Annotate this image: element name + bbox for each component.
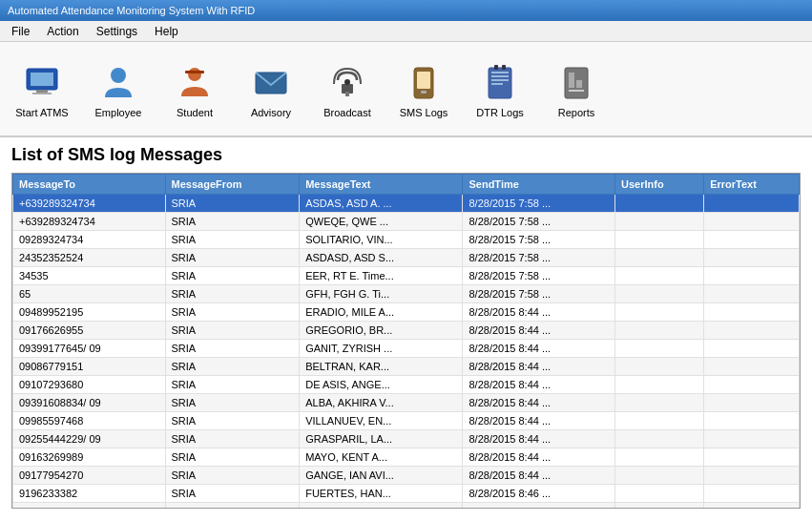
- dtr-logs-button[interactable]: DTR Logs: [466, 47, 534, 131]
- svg-rect-3: [32, 93, 52, 94]
- table-cell: 09399177645/ 09: [13, 340, 166, 358]
- table-cell: [704, 485, 800, 503]
- dtr-logs-label: DTR Logs: [476, 107, 524, 118]
- table-cell: [704, 213, 800, 231]
- svg-rect-15: [491, 72, 509, 73]
- table-cell: [614, 358, 703, 376]
- table-body: +639289324734SRIAASDAS, ASD A. ...8/28/2…: [13, 195, 800, 510]
- table-row[interactable]: 09107170298SRIAOPIAL, JAMELI...8/28/2015…: [13, 503, 800, 510]
- table-row[interactable]: 09399177645/ 09SRIAGANIT, ZYRISH ...8/28…: [13, 340, 800, 358]
- table-row[interactable]: 09163269989SRIAMAYO, KENT A...8/28/2015 …: [13, 448, 800, 467]
- table-cell: SRIA: [165, 285, 300, 303]
- table-cell: 65: [13, 285, 166, 303]
- table-cell: VILLANUEV, EN...: [300, 412, 463, 430]
- table-row[interactable]: 09086779151SRIABELTRAN, KAR...8/28/2015 …: [13, 358, 800, 376]
- table-cell: GANGE, IAN AVI...: [300, 467, 463, 485]
- table-cell: [614, 394, 703, 412]
- table-cell: 8/28/2015 8:44 ...: [463, 430, 615, 448]
- col-message-text: MessageText: [300, 175, 463, 195]
- sms-logs-button[interactable]: SMS Logs: [389, 47, 458, 131]
- advisory-button[interactable]: Advisory: [237, 47, 305, 131]
- table-cell: [614, 467, 703, 485]
- table-cell: 8/28/2015 8:44 ...: [463, 358, 615, 376]
- svg-point-4: [111, 68, 126, 83]
- menu-action[interactable]: Action: [39, 23, 86, 40]
- table-cell: GANIT, ZYRISH ...: [300, 340, 463, 358]
- table-cell: 8/28/2015 8:44 ...: [463, 340, 615, 358]
- table-cell: FUERTES, HAN...: [300, 485, 463, 503]
- table-cell: SRIA: [165, 322, 300, 340]
- table-cell: [704, 358, 800, 376]
- table-header-row: MessageTo MessageFrom MessageText SendTi…: [13, 175, 800, 195]
- table-cell: GFH, FGH G. Ti...: [300, 285, 463, 303]
- broadcast-icon: [324, 59, 370, 105]
- menu-help[interactable]: Help: [147, 23, 186, 40]
- table-cell: MAYO, KENT A...: [300, 448, 463, 467]
- table-row[interactable]: 09289324734SRIASOLITARIO, VIN...8/28/201…: [13, 231, 800, 249]
- menu-settings[interactable]: Settings: [89, 23, 145, 40]
- table-row[interactable]: 09176626955SRIAGREGORIO, BR...8/28/2015 …: [13, 322, 800, 340]
- table-cell: [614, 267, 703, 285]
- col-user-info: UserInfo: [614, 175, 703, 195]
- sms-logs-label: SMS Logs: [400, 107, 448, 118]
- table-cell: 09255444229/ 09: [13, 430, 166, 448]
- table-row[interactable]: 24352352524SRIAASDASD, ASD S...8/28/2015…: [13, 249, 800, 267]
- table-cell: ALBA, AKHIRA V...: [300, 394, 463, 412]
- svg-rect-23: [576, 80, 582, 88]
- table-row[interactable]: 34535SRIAEER, RT E. Time...8/28/2015 7:5…: [13, 267, 800, 285]
- student-button[interactable]: Student: [160, 47, 229, 131]
- table-row[interactable]: +639289324734SRIAASDAS, ASD A. ...8/28/2…: [13, 195, 800, 213]
- toolbar: Start ATMS Employee Student Advi: [0, 42, 812, 137]
- table-row[interactable]: 09107293680SRIADE ASIS, ANGE...8/28/2015…: [13, 376, 800, 394]
- table-row[interactable]: 09391608834/ 09SRIAALBA, AKHIRA V...8/28…: [13, 394, 800, 412]
- table-cell: [614, 285, 703, 303]
- table-row[interactable]: 09489952195SRIAERADIO, MILE A...8/28/201…: [13, 303, 800, 322]
- table-cell: [704, 503, 800, 510]
- table-cell: [704, 376, 800, 394]
- table-row[interactable]: +639289324734SRIAQWEQE, QWE ...8/28/2015…: [13, 213, 800, 231]
- menu-file[interactable]: File: [4, 23, 37, 40]
- start-atms-button[interactable]: Start ATMS: [8, 47, 76, 131]
- table-row[interactable]: 9196233382SRIAFUERTES, HAN...8/28/2015 8…: [13, 485, 800, 503]
- table-cell: 09176626955: [13, 322, 166, 340]
- table-wrapper[interactable]: MessageTo MessageFrom MessageText SendTi…: [11, 173, 801, 509]
- table-row[interactable]: 09177954270SRIAGANGE, IAN AVI...8/28/201…: [13, 467, 800, 485]
- svg-point-10: [344, 79, 350, 85]
- table-cell: SRIA: [165, 195, 300, 213]
- table-cell: SRIA: [165, 213, 300, 231]
- table-cell: +639289324734: [13, 213, 166, 231]
- col-send-time: SendTime: [463, 175, 615, 195]
- table-cell: [614, 503, 703, 510]
- table-cell: [704, 412, 800, 430]
- employee-icon: [95, 59, 141, 105]
- reports-button[interactable]: Reports: [542, 47, 611, 131]
- broadcast-label: Broadcast: [323, 107, 371, 118]
- table-cell: [704, 285, 800, 303]
- table-cell: SRIA: [165, 467, 300, 485]
- table-cell: [704, 303, 800, 322]
- table-cell: 8/28/2015 7:58 ...: [463, 213, 615, 231]
- table-cell: SRIA: [165, 430, 300, 448]
- employee-button[interactable]: Employee: [84, 47, 153, 131]
- table-cell: [704, 394, 800, 412]
- broadcast-button[interactable]: Broadcast: [313, 47, 382, 131]
- table-cell: 8/28/2015 8:44 ...: [463, 448, 615, 467]
- table-cell: DE ASIS, ANGE...: [300, 376, 463, 394]
- sms-log-table: MessageTo MessageFrom MessageText SendTi…: [12, 174, 800, 509]
- col-message-to: MessageTo: [13, 175, 166, 195]
- table-cell: 8/28/2015 7:58 ...: [463, 195, 615, 213]
- table-cell: SRIA: [165, 448, 300, 467]
- table-cell: EER, RT E. Time...: [300, 267, 463, 285]
- table-cell: SOLITARIO, VIN...: [300, 231, 463, 249]
- table-cell: 8/28/2015 7:58 ...: [463, 285, 615, 303]
- table-row[interactable]: 09255444229/ 09SRIAGRASPARIL, LA...8/28/…: [13, 430, 800, 448]
- table-cell: 8/28/2015 8:44 ...: [463, 322, 615, 340]
- table-cell: 09107293680: [13, 376, 166, 394]
- table-row[interactable]: 65SRIAGFH, FGH G. Ti...8/28/2015 7:58 ..…: [13, 285, 800, 303]
- table-cell: [704, 195, 800, 213]
- table-row[interactable]: 09985597468SRIAVILLANUEV, EN...8/28/2015…: [13, 412, 800, 430]
- advisory-icon: [248, 59, 294, 105]
- svg-rect-9: [345, 92, 349, 96]
- table-cell: 8/28/2015 8:44 ...: [463, 412, 615, 430]
- table-cell: +639289324734: [13, 195, 166, 213]
